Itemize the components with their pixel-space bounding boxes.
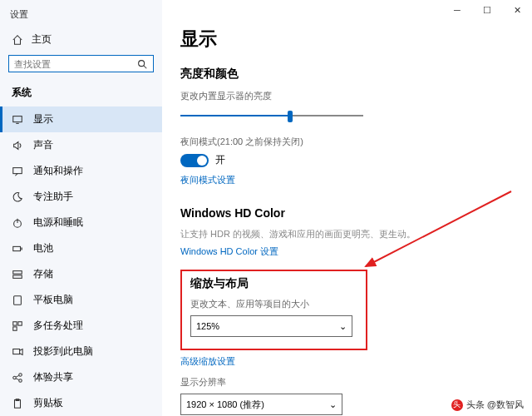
scale-highlight-box: 缩放与布局 更改文本、应用等项目的大小 125% ⌄ [180, 270, 367, 350]
brightness-slider[interactable] [180, 107, 363, 124]
svg-point-0 [139, 60, 145, 66]
svg-rect-9 [18, 321, 22, 324]
svg-rect-7 [14, 295, 22, 305]
project-icon [12, 346, 23, 358]
moon-icon [12, 191, 23, 203]
power-icon [12, 217, 23, 229]
svg-rect-10 [13, 326, 17, 329]
main-panel: ─ ☐ ✕ 显示 亮度和颜色 更改内置显示器的亮度 夜间模式(21:00 之前保… [162, 0, 532, 416]
message-icon [12, 166, 23, 177]
brightness-heading: 亮度和颜色 [180, 67, 514, 82]
nav-item-tablet[interactable]: 平板电脑 [0, 287, 162, 313]
nav-item-notifications[interactable]: 通知和操作 [0, 158, 162, 184]
sound-icon [12, 140, 23, 151]
nav-item-clipboard[interactable]: 剪贴板 [0, 390, 162, 416]
advanced-scale-link[interactable]: 高级缩放设置 [180, 355, 235, 368]
resolution-select[interactable]: 1920 × 1080 (推荐) ⌄ [180, 394, 342, 415]
chevron-down-icon: ⌄ [339, 321, 347, 332]
svg-rect-6 [13, 275, 22, 278]
close-button[interactable]: ✕ [502, 0, 532, 20]
share-icon [12, 372, 23, 384]
svg-rect-2 [13, 167, 22, 173]
clipboard-icon [12, 398, 23, 409]
svg-point-14 [19, 379, 22, 382]
nightlight-state: 开 [215, 153, 225, 167]
hdr-link[interactable]: Windows HD Color 设置 [180, 245, 278, 258]
group-label: 系统 [0, 82, 162, 106]
resolution-label: 显示分辨率 [180, 376, 514, 389]
window-caption: ─ ☐ ✕ [442, 0, 532, 20]
scale-heading: 缩放与布局 [190, 276, 357, 291]
scale-select[interactable]: 125% ⌄ [190, 315, 352, 337]
app-title: 设置 [10, 8, 28, 21]
home-icon [12, 34, 23, 46]
watermark: 头 头条 @数智风 [451, 399, 524, 411]
nav-item-focus[interactable]: 专注助手 [0, 184, 162, 210]
nav-item-shared[interactable]: 体验共享 [0, 364, 162, 390]
nightlight-toggle[interactable] [180, 154, 209, 167]
nav-item-sound[interactable]: 声音 [0, 132, 162, 158]
nav-item-power[interactable]: 电源和睡眠 [0, 210, 162, 235]
scale-label: 更改文本、应用等项目的大小 [190, 298, 357, 310]
maximize-button[interactable]: ☐ [472, 0, 502, 20]
svg-rect-15 [15, 399, 21, 408]
multitask-icon [12, 320, 23, 332]
svg-rect-5 [13, 270, 22, 274]
home-link[interactable]: 主页 [0, 27, 162, 55]
nav-item-project[interactable]: 投影到此电脑 [0, 339, 162, 364]
hdr-heading: Windows HD Color [180, 206, 514, 220]
watermark-logo-icon: 头 [451, 399, 463, 411]
window-title-row: 设置 [0, 5, 162, 27]
svg-point-13 [19, 373, 22, 376]
battery-icon [12, 243, 23, 255]
page-title: 显示 [180, 27, 514, 52]
nightlight-settings-link[interactable]: 夜间模式设置 [180, 174, 235, 186]
nav-item-multitask[interactable]: 多任务处理 [0, 313, 162, 339]
monitor-icon [12, 114, 23, 126]
nightlight-label: 夜间模式(21:00 之前保持关闭) [180, 136, 514, 148]
nav-item-display[interactable]: 显示 [0, 106, 162, 132]
home-label: 主页 [32, 32, 52, 47]
nav-list: 显示 声音 通知和操作 专注助手 电源和睡眠 电池 存储 平板电脑 多任务处理 … [0, 106, 162, 416]
sidebar: 设置 主页 系统 显示 声音 通知和操作 专注助手 电源和睡眠 电池 存储 平板… [0, 0, 162, 416]
hdr-desc: 让支持 HDR 的视频、游戏和应用的画面更明亮、更生动。 [180, 228, 514, 240]
svg-rect-11 [13, 349, 20, 354]
svg-rect-1 [13, 116, 22, 121]
minimize-button[interactable]: ─ [442, 0, 472, 20]
svg-point-12 [13, 376, 17, 379]
search-input-wrap[interactable] [8, 55, 154, 72]
brightness-label: 更改内置显示器的亮度 [180, 90, 514, 102]
search-input[interactable] [14, 59, 136, 69]
svg-rect-8 [13, 321, 17, 324]
svg-rect-4 [13, 246, 21, 250]
nav-item-battery[interactable]: 电池 [0, 235, 162, 261]
tablet-icon [12, 295, 23, 306]
search-icon [136, 58, 148, 70]
storage-icon [12, 269, 23, 280]
chevron-down-icon: ⌄ [329, 399, 337, 410]
nav-item-storage[interactable]: 存储 [0, 261, 162, 287]
